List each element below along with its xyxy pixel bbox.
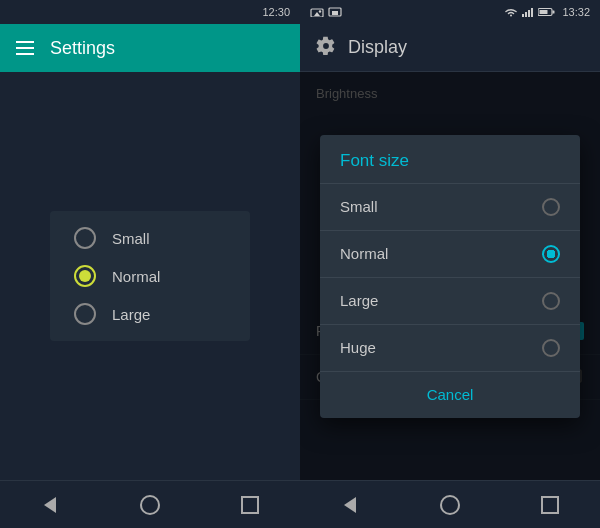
modal-overlay[interactable]: Font size Small Normal Large [300, 72, 600, 480]
left-panel: 12:30 Settings Small Normal Large [0, 0, 300, 528]
radio-label-small: Small [112, 230, 150, 247]
modal-radio-large [542, 292, 560, 310]
back-button-left[interactable] [30, 485, 70, 525]
gear-icon [316, 36, 336, 60]
right-title: Display [348, 37, 407, 58]
image-icon [310, 7, 324, 17]
modal-option-small[interactable]: Small [320, 184, 580, 231]
modal-radio-huge [542, 339, 560, 357]
svg-rect-5 [522, 14, 524, 17]
recents-button-left[interactable] [230, 485, 270, 525]
radio-item-large[interactable]: Large [74, 303, 226, 325]
font-size-modal: Font size Small Normal Large [320, 135, 580, 418]
modal-title: Font size [320, 135, 580, 184]
radio-circle-small [74, 227, 96, 249]
modal-option-label-normal: Normal [340, 245, 388, 262]
radio-item-normal[interactable]: Normal [74, 265, 226, 287]
right-content: Brightness Font size Small Normal La [300, 72, 600, 480]
modal-option-huge[interactable]: Huge [320, 325, 580, 372]
modal-option-label-large: Large [340, 292, 378, 309]
home-button-left[interactable] [130, 485, 170, 525]
radio-label-large: Large [112, 306, 150, 323]
svg-rect-10 [553, 11, 555, 14]
svg-rect-7 [528, 10, 530, 17]
modal-option-normal[interactable]: Normal [320, 231, 580, 278]
svg-marker-1 [314, 12, 320, 16]
right-nav-bar [300, 480, 600, 528]
recents-button-right[interactable] [530, 485, 570, 525]
cancel-button[interactable]: Cancel [320, 372, 580, 418]
modal-radio-normal [542, 245, 560, 263]
radio-label-normal: Normal [112, 268, 160, 285]
screenshot-icon [328, 7, 342, 17]
status-bar-right: 13:32 [300, 0, 600, 24]
cancel-label: Cancel [427, 386, 474, 403]
left-title: Settings [50, 38, 115, 59]
time-left: 12:30 [262, 6, 290, 18]
right-panel: 13:32 Display Brightness Font size Small [300, 0, 600, 528]
home-button-right[interactable] [430, 485, 470, 525]
radio-item-small[interactable]: Small [74, 227, 226, 249]
svg-rect-8 [531, 8, 533, 17]
hamburger-icon[interactable] [16, 41, 34, 55]
svg-point-2 [319, 10, 321, 12]
svg-rect-11 [540, 10, 548, 14]
top-bar-left: Settings [0, 24, 300, 72]
radio-circle-normal [74, 265, 96, 287]
time-right: 13:32 [562, 6, 590, 18]
back-button-right[interactable] [330, 485, 370, 525]
status-bar-left: 12:30 [0, 0, 300, 24]
left-nav-bar [0, 480, 300, 528]
modal-radio-small [542, 198, 560, 216]
modal-option-large[interactable]: Large [320, 278, 580, 325]
left-content: Small Normal Large [0, 72, 300, 480]
status-icons-right: 13:32 [504, 6, 590, 18]
top-bar-right: Display [300, 24, 600, 72]
radio-card: Small Normal Large [50, 211, 250, 341]
battery-icon [538, 7, 556, 17]
modal-option-label-huge: Huge [340, 339, 376, 356]
signal-icon [522, 7, 534, 17]
radio-circle-large [74, 303, 96, 325]
wifi-icon [504, 7, 518, 17]
svg-rect-6 [525, 12, 527, 17]
svg-rect-4 [332, 11, 338, 15]
modal-option-label-small: Small [340, 198, 378, 215]
